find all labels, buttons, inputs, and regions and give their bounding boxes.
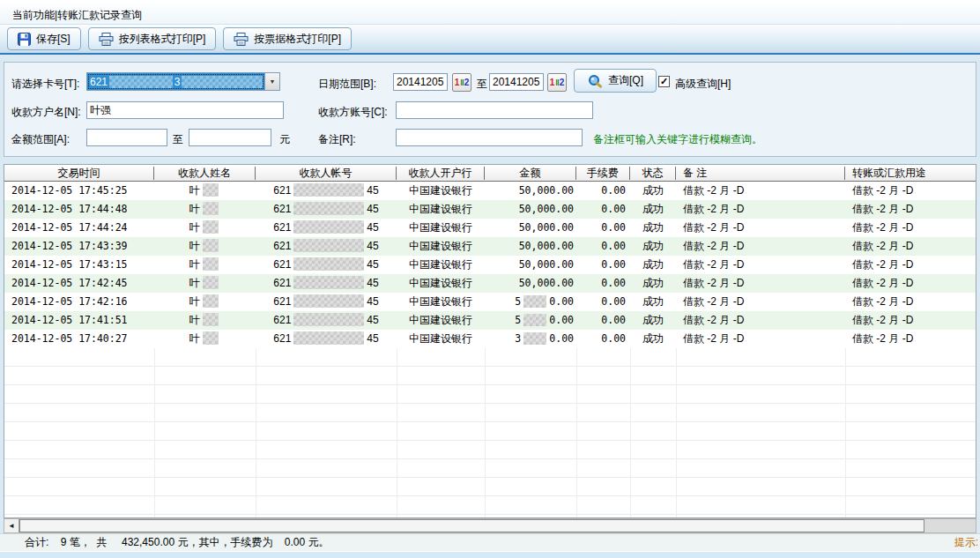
blurred-account <box>293 202 364 215</box>
table-row[interactable]: 2014-12-05 17:40:27 叶 62145 中国建设银行 30.00… <box>4 330 976 348</box>
date-from-calendar-button[interactable]: 1‖2 <box>452 73 471 92</box>
cell-status: 成功 <box>630 256 676 274</box>
blurred-account <box>293 257 364 271</box>
cell-remark: 借款 -2 月 -D <box>676 237 845 256</box>
cell-purpose: 借款 -2 月 -D <box>845 274 976 293</box>
cell-bank: 中国建设银行 <box>397 274 485 293</box>
horizontal-scrollbar[interactable]: ◄ <box>4 518 976 533</box>
scroll-left-arrow-icon[interactable]: ◄ <box>4 519 19 532</box>
cell-payee-name: 叶 <box>154 182 256 200</box>
column-header-account[interactable]: 收款人帐号 <box>256 167 397 180</box>
cell-time: 2014-12-05 17:41:51 <box>4 311 154 330</box>
calendar-icon: ‖ <box>460 78 463 87</box>
blurred-name <box>203 276 219 289</box>
grid-line <box>485 348 486 518</box>
cell-fee: 0.00 <box>576 219 630 237</box>
advanced-query-label: 高级查询[H] <box>675 77 731 92</box>
tip-label: 提示: <box>954 535 980 550</box>
remark-label: 备注[R]: <box>318 132 356 147</box>
payee-account-label: 收款方账号[C]: <box>318 105 388 120</box>
table-row[interactable]: 2014-12-05 17:42:16 叶 62145 中国建设银行 50.00… <box>4 293 976 311</box>
blurred-name <box>203 239 219 252</box>
table-row[interactable]: 2014-12-05 17:42:45 叶 62145 中国建设银行 50,00… <box>4 274 976 293</box>
cell-status: 成功 <box>630 311 676 330</box>
chevron-down-icon[interactable]: ▼ <box>264 73 279 90</box>
grid-line <box>576 348 577 518</box>
cell-payee-name: 叶 <box>154 311 256 330</box>
cell-bank: 中国建设银行 <box>397 200 485 219</box>
card-select[interactable]: 621 3 ▼ <box>86 72 280 91</box>
cell-purpose: 借款 -2 月 -D <box>845 182 976 200</box>
cell-remark: 借款 -2 月 -D <box>676 200 845 219</box>
column-header-remark[interactable]: 备 注 <box>676 167 845 180</box>
cell-account: 62145 <box>256 330 397 348</box>
payee-account-input[interactable] <box>396 101 593 119</box>
amount-to-separator: 至 <box>173 132 183 147</box>
cell-time: 2014-12-05 17:40:27 <box>4 330 154 348</box>
cell-bank: 中国建设银行 <box>397 330 485 348</box>
blurred-name <box>203 313 219 326</box>
blurred-account <box>293 220 364 234</box>
column-header-amount[interactable]: 金额 <box>485 167 576 180</box>
cell-bank: 中国建设银行 <box>397 293 485 311</box>
cell-purpose: 借款 -2 月 -D <box>845 219 976 237</box>
cell-time: 2014-12-05 17:43:39 <box>4 237 154 256</box>
cell-payee-name: 叶 <box>154 237 256 256</box>
cell-fee: 0.00 <box>576 293 630 311</box>
window-bottom-edge <box>0 551 980 558</box>
column-header-fee[interactable]: 手续费 <box>576 167 630 180</box>
query-button[interactable]: 查询[Q] <box>574 69 657 93</box>
print-list-button[interactable]: 按列表格式打印[P] <box>88 27 217 50</box>
table-row[interactable]: 2014-12-05 17:41:51 叶 62145 中国建设银行 50.00… <box>4 311 976 330</box>
cell-payee-name: 叶 <box>154 274 256 293</box>
blurred-account <box>293 239 364 252</box>
save-button[interactable]: 保存[S] <box>7 27 81 50</box>
check-icon: ✓ <box>660 76 668 86</box>
column-header-payee-name[interactable]: 收款人姓名 <box>154 167 256 180</box>
save-icon <box>18 33 31 46</box>
table-row[interactable]: 2014-12-05 17:43:39 叶 62145 中国建设银行 50,00… <box>4 237 976 256</box>
cell-amount: 30.00 <box>485 330 576 348</box>
scrollbar-thumb[interactable] <box>19 519 924 532</box>
column-header-purpose[interactable]: 转账或汇款用途 <box>845 167 976 180</box>
table-row[interactable]: 2014-12-05 17:43:15 叶 62145 中国建设银行 50,00… <box>4 256 976 274</box>
date-to-input[interactable] <box>489 73 544 91</box>
date-to-calendar-button[interactable]: 1‖2 <box>547 73 567 92</box>
cell-account: 62145 <box>256 200 397 219</box>
table-row[interactable]: 2014-12-05 17:44:48 叶 62145 中国建设银行 50,00… <box>4 200 976 219</box>
blurred-name <box>203 294 219 308</box>
cell-amount: 50,000.00 <box>485 274 576 293</box>
advanced-query-checkbox[interactable]: ✓ <box>658 76 670 87</box>
amount-from-input[interactable] <box>86 129 167 146</box>
cell-account: 62145 <box>256 219 397 237</box>
table-row[interactable]: 2014-12-05 17:44:24 叶 62145 中国建设银行 50,00… <box>4 219 976 237</box>
column-header-status[interactable]: 状态 <box>630 167 676 180</box>
cell-purpose: 借款 -2 月 -D <box>845 293 976 311</box>
blurred-amount <box>523 332 546 345</box>
blurred-name <box>203 202 219 215</box>
payee-name-input[interactable] <box>86 101 284 119</box>
cell-account: 62145 <box>256 293 397 311</box>
cell-status: 成功 <box>630 219 676 237</box>
date-from-input[interactable] <box>393 73 448 91</box>
table-row[interactable]: 2014-12-05 17:45:25 叶 62145 中国建设银行 50,00… <box>4 182 976 200</box>
cell-amount: 50.00 <box>485 293 576 311</box>
amount-to-input[interactable] <box>189 129 271 146</box>
cell-remark: 借款 -2 月 -D <box>676 274 845 293</box>
records-table: 交易时间 收款人姓名 收款人帐号 收款人开户行 金额 手续费 状态 备 注 转账… <box>4 164 976 518</box>
remark-hint-text: 备注框可输入关键字进行模糊查询。 <box>593 132 762 147</box>
amount-range-label: 金额范围[A]: <box>11 132 70 147</box>
cell-payee-name: 叶 <box>154 219 256 237</box>
cell-purpose: 借款 -2 月 -D <box>845 311 976 330</box>
column-header-bank[interactable]: 收款人开户行 <box>397 167 485 180</box>
print-receipt-button[interactable]: 按票据格式打印[P] <box>223 27 352 50</box>
cell-payee-name: 叶 <box>154 200 256 219</box>
date-to-separator: 至 <box>477 77 487 92</box>
column-header-time[interactable]: 交易时间 <box>4 167 154 180</box>
blurred-name <box>203 331 219 345</box>
cell-payee-name: 叶 <box>154 293 256 311</box>
cell-amount: 50.00 <box>485 311 576 330</box>
cell-fee: 0.00 <box>576 274 630 293</box>
remark-input[interactable] <box>396 129 583 146</box>
search-icon <box>587 74 603 88</box>
